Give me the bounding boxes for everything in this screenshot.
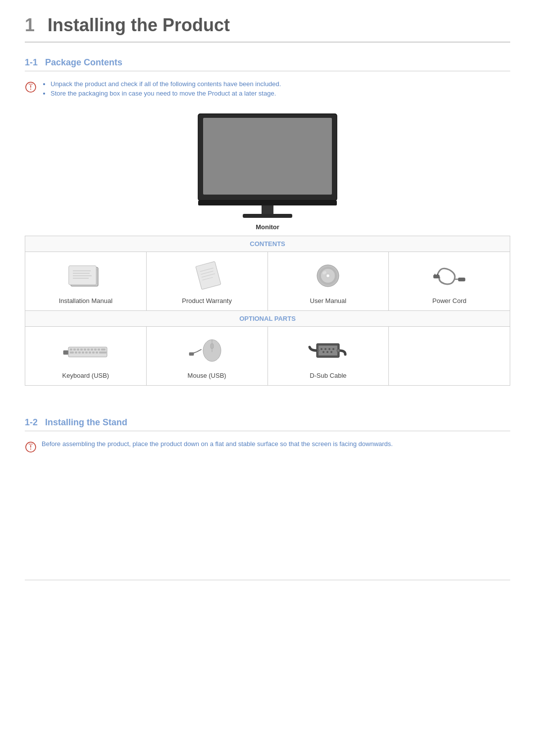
section-1-1-text: Package Contents: [45, 57, 122, 67]
label-power-cord: Power Cord: [389, 295, 510, 311]
cell-power-cord-img: [389, 252, 510, 296]
svg-rect-44: [98, 349, 100, 351]
note-block-2: Before assembling the product, place the…: [25, 440, 510, 453]
dsub-icon: [306, 335, 350, 364]
cell-dsub-img: [268, 327, 389, 370]
svg-point-62: [324, 348, 326, 350]
chapter-title-text: Installing the Product: [48, 15, 230, 35]
svg-rect-13: [69, 266, 96, 285]
note-text-2: Before assembling the product, place the…: [42, 440, 393, 448]
svg-point-61: [321, 348, 322, 350]
svg-rect-48: [78, 352, 81, 353]
svg-rect-46: [70, 352, 74, 353]
mouse-icon: [187, 335, 227, 364]
svg-point-69: [337, 349, 340, 352]
svg-rect-45: [101, 349, 106, 351]
svg-point-67: [330, 351, 332, 353]
svg-rect-5: [203, 118, 332, 195]
user-manual-icon: [308, 260, 348, 290]
section-1-1-number: 1-1: [25, 57, 38, 67]
chapter-number: 1: [25, 15, 35, 35]
label-user-manual: User Manual: [268, 295, 389, 311]
svg-rect-55: [189, 353, 194, 355]
label-product-warranty: Product Warranty: [146, 295, 268, 311]
product-warranty-icon: [187, 260, 227, 290]
label-empty: [389, 370, 510, 386]
cell-installation-manual-img: [25, 252, 147, 296]
svg-rect-53: [96, 352, 98, 353]
section-1-2-text: Installing the Stand: [45, 417, 127, 427]
svg-rect-42: [91, 349, 93, 351]
svg-rect-47: [75, 352, 77, 353]
svg-rect-43: [94, 349, 97, 351]
contents-image-row: [25, 252, 510, 296]
svg-point-64: [332, 348, 334, 350]
svg-rect-8: [243, 214, 292, 218]
svg-rect-50: [85, 352, 88, 353]
svg-rect-38: [77, 349, 79, 351]
monitor-svg: [188, 109, 347, 218]
label-keyboard: Keyboard (USB): [25, 370, 147, 386]
cell-keyboard-img: [25, 327, 147, 370]
section-1-1-title: 1-1 Package Contents: [25, 57, 510, 71]
cell-user-manual-img: [268, 252, 389, 296]
svg-rect-34: [63, 351, 68, 354]
cell-product-warranty-img: [146, 252, 268, 296]
svg-rect-58: [211, 344, 214, 349]
svg-rect-60: [319, 346, 337, 355]
optional-label-row: Keyboard (USB) Mouse (USB) D-Sub Cable: [25, 370, 510, 386]
svg-rect-6: [198, 201, 337, 205]
cell-mouse-img: [146, 327, 268, 370]
svg-rect-41: [87, 349, 90, 351]
power-cord-icon: [429, 260, 469, 290]
optional-header-text: OPTIONAL PARTS: [25, 311, 510, 327]
chapter-title: 1 Installing the Product: [25, 15, 510, 43]
label-installation-manual: Installation Manual: [25, 295, 147, 311]
contents-table: CONTENTS: [25, 236, 510, 386]
svg-point-66: [326, 351, 328, 353]
contents-label-row: Installation Manual Product Warranty Use…: [25, 295, 510, 311]
note-icon-1: [25, 81, 37, 93]
contents-header: CONTENTS: [25, 236, 510, 252]
svg-rect-51: [89, 352, 91, 353]
svg-point-27: [327, 275, 329, 277]
svg-point-63: [328, 348, 330, 350]
installation-manual-icon: [66, 260, 106, 290]
svg-point-72: [30, 449, 31, 450]
svg-point-2: [30, 89, 31, 90]
note-text-1: Unpack the product and check if all of t…: [42, 80, 281, 99]
svg-rect-29: [433, 275, 439, 278]
svg-rect-36: [70, 349, 72, 351]
section-1-2-number: 1-2: [25, 417, 38, 427]
svg-rect-37: [73, 349, 76, 351]
label-dsub: D-Sub Cable: [268, 370, 389, 386]
monitor-illustration: Monitor: [25, 109, 510, 231]
svg-point-65: [322, 351, 324, 353]
svg-rect-40: [84, 349, 86, 351]
svg-rect-54: [99, 352, 107, 353]
keyboard-icon: [61, 335, 110, 364]
cell-empty: [389, 327, 510, 370]
svg-rect-32: [458, 278, 465, 281]
section-1-2-title: 1-2 Installing the Stand: [25, 417, 510, 431]
monitor-label: Monitor: [25, 223, 510, 231]
note-block-1: Unpack the product and check if all of t…: [25, 80, 510, 99]
svg-rect-39: [80, 349, 83, 351]
label-mouse: Mouse (USB): [146, 370, 268, 386]
optional-image-row: [25, 327, 510, 370]
optional-header-row: OPTIONAL PARTS: [25, 311, 510, 327]
note-icon-2: [25, 441, 37, 453]
svg-rect-49: [82, 352, 84, 353]
svg-rect-52: [92, 352, 95, 353]
